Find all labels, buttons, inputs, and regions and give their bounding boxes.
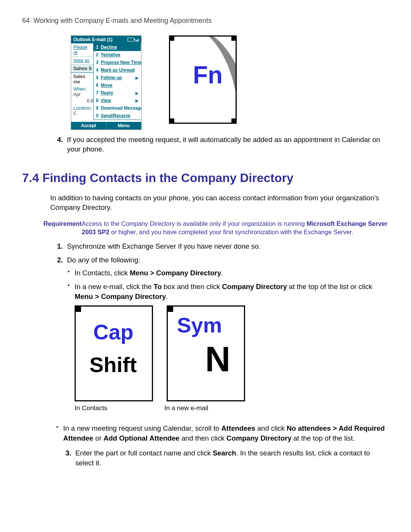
- battery-icon: [127, 38, 134, 42]
- menu-item-tentative[interactable]: 2Tentative: [94, 51, 141, 59]
- menu-item-send-receive[interactable]: 0Send/Receive: [94, 112, 141, 120]
- context-menu: 1Decline 2Tentative 3Propose New Time 4M…: [93, 43, 141, 120]
- cap-shift-key-figure: Cap Shift: [75, 305, 153, 401]
- option-contacts: In Contacts, click Menu > Company Direct…: [67, 268, 389, 278]
- menu-item-move[interactable]: 6Move: [94, 81, 141, 89]
- sym-n-key-figure: Sym N: [167, 305, 245, 401]
- step-text: If you accepted the meeting request, it …: [67, 135, 389, 154]
- section-heading: 7.4 Finding Contacts in the Company Dire…: [22, 171, 389, 185]
- menu-item-propose-new-time[interactable]: 3Propose New Time: [94, 59, 141, 66]
- step-4: 4. If you accepted the meeting request, …: [57, 135, 389, 154]
- option-meeting-request: In a new meeting request using Calendar,…: [56, 423, 389, 443]
- fn-key-label: Fn: [193, 61, 223, 89]
- page: 64 Working with Company E-mails and Meet…: [0, 0, 411, 532]
- step-2: 2. Do any of the following: In Contacts,…: [57, 255, 389, 416]
- chapter-title: Working with Company E-mails and Meeting…: [33, 17, 212, 24]
- step-2-options-continued: In a new meeting request using Calendar,…: [56, 423, 389, 443]
- n-label: N: [205, 335, 230, 384]
- figure-row-2: Cap Shift Sym N: [75, 305, 389, 401]
- step-number: 4.: [57, 135, 67, 154]
- phone-screenshot: Outlook E-mail (1) Please re View yo Sah…: [71, 35, 142, 130]
- when-row: When: Apr: [71, 86, 94, 97]
- page-number: 64: [22, 17, 30, 24]
- phone-title-text: Outlook E-mail (1): [73, 37, 113, 42]
- phone-body: Please re View yo Sahoo S Sales me When:…: [71, 43, 141, 122]
- cap-label: Cap: [93, 317, 134, 347]
- softkey-bar: Accept Menu: [71, 122, 141, 129]
- step-1: 1. Synchronize with Exchange Server if y…: [57, 241, 389, 251]
- step-3: 3. Enter the part or full contact name a…: [65, 448, 389, 468]
- figure-captions: In Contacts In a new e-mail: [75, 404, 389, 413]
- signal-icon: [135, 38, 139, 42]
- steps-list: 1. Synchronize with Exchange Server if y…: [57, 241, 389, 416]
- menu-item-mark-unread[interactable]: 4Mark as Unread: [94, 66, 141, 74]
- caption-in-contacts: In Contacts: [75, 404, 151, 413]
- time-row: 6:0: [71, 97, 94, 105]
- figure-row-1: Outlook E-mail (1) Please re View yo Sah…: [71, 35, 389, 130]
- menu-item-reply[interactable]: 7Reply▶: [94, 89, 141, 97]
- shift-label: Shift: [89, 350, 137, 380]
- chevron-right-icon: ▶: [135, 76, 139, 80]
- chevron-right-icon: ▶: [135, 91, 139, 95]
- phone-titlebar: Outlook E-mail (1): [71, 36, 141, 43]
- email-subject: Sales me: [71, 73, 94, 86]
- email-preview-column: Please re View yo Sahoo S Sales me When:…: [71, 43, 94, 122]
- running-header: 64 Working with Company E-mails and Meet…: [22, 17, 389, 25]
- step-2-options: In Contacts, click Menu > Company Direct…: [67, 268, 389, 412]
- location-row: Location: C: [71, 105, 94, 116]
- step-text: Enter the part or full contact name and …: [75, 448, 389, 468]
- chevron-right-icon: ▶: [135, 99, 139, 103]
- menu-item-download-message[interactable]: 9Download Message: [94, 104, 141, 112]
- email-sender: Sahoo S: [71, 65, 94, 73]
- menu-item-view[interactable]: 8View▶: [94, 97, 141, 104]
- softkey-menu[interactable]: Menu: [106, 122, 142, 129]
- softkey-accept[interactable]: Accept: [71, 122, 106, 129]
- step-number: 3.: [65, 448, 75, 468]
- requirement-body: Access to the Company Directory is avail…: [82, 219, 389, 236]
- fn-key-figure: Fn: [169, 35, 237, 124]
- email-link-2: View yo: [71, 57, 94, 65]
- requirement-label: Requirement: [43, 219, 82, 236]
- email-link-1: Please re: [71, 43, 94, 57]
- caption-in-new-email: In a new e-mail: [164, 404, 241, 413]
- menu-item-follow-up[interactable]: 5Follow up▶: [94, 74, 141, 81]
- status-icons: [127, 38, 139, 42]
- menu-item-decline[interactable]: 1Decline: [94, 43, 141, 51]
- requirement-note: Requirement Access to the Company Direct…: [43, 219, 389, 236]
- option-new-email: In a new e-mail, click the To box and th…: [67, 282, 389, 413]
- intro-paragraph: In addition to having contacts on your p…: [50, 193, 389, 212]
